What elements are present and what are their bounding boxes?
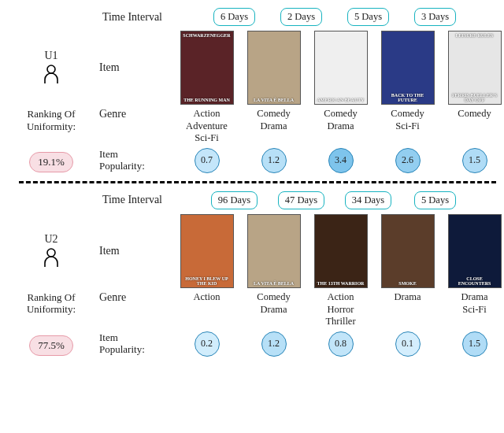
popularity-chip: 1.2 (261, 148, 287, 173)
user-id: U1 (8, 50, 94, 62)
ranking-label: Ranking Of Uniformity: (8, 291, 94, 316)
popularity-chip: 1.2 (261, 331, 287, 357)
movie-poster: HONEY I BLEW UP THE KID (180, 214, 234, 288)
movie-poster: THE 13TH WARRIOR (314, 214, 368, 288)
genre-row: Ranking Of Uniformity: Genre Action Come… (8, 291, 496, 328)
user-block-2: Time Interval 96 Days 47 Days 34 Days 5 … (8, 191, 496, 357)
genre-text: Action Horror Thriller (307, 291, 374, 328)
popularity-chip: 0.7 (195, 148, 220, 173)
genre-text: Action (173, 291, 240, 304)
time-chip: 3 Days (402, 8, 469, 26)
popularity-label: Item Popularity: (94, 332, 173, 356)
popularity-row: 19.1% Item Popularity: 0.7 1.2 3.4 2.6 1… (8, 148, 496, 173)
movie-poster: BACK TO THE FUTURE (381, 31, 435, 105)
genre-text: Comedy Sci-Fi (374, 108, 441, 132)
time-chip: 2 Days (268, 8, 335, 26)
genre-text: Comedy Drama (240, 291, 307, 316)
time-interval-label: Time Interval (8, 11, 173, 24)
ranking-pill: 19.1% (29, 152, 73, 172)
genre-label: Genre (94, 108, 173, 120)
popularity-chip: 3.4 (328, 148, 354, 173)
movie-poster: LA VITA È BELLA (247, 214, 301, 288)
divider (19, 181, 496, 183)
popularity-chip: 1.5 (462, 331, 487, 357)
svg-point-0 (47, 65, 55, 73)
genre-text: Comedy Drama (240, 108, 307, 132)
movie-poster: SMOKE (381, 214, 435, 288)
genre-text: Drama Sci-Fi (441, 291, 504, 316)
genre-text: Comedy Drama (307, 108, 374, 132)
time-chip: 5 Days (402, 191, 469, 209)
user-icon (43, 247, 60, 268)
popularity-label: Item Popularity: (94, 149, 173, 172)
movie-poster: LA VITA È BELLA (247, 31, 301, 105)
time-chip: 96 Days (201, 191, 268, 209)
ranking-pill: 77.5% (29, 335, 73, 356)
time-chip: 47 Days (268, 191, 335, 209)
popularity-chip: 0.2 (195, 331, 220, 357)
time-interval-label: Time Interval (8, 194, 173, 206)
time-interval-row: Time Interval 6 Days 2 Days 5 Days 3 Day… (8, 8, 496, 26)
movie-poster: CLOSE ENCOUNTERS (448, 214, 502, 288)
movie-poster: AMERICAN BEAUTY (314, 31, 368, 105)
user-icon (43, 64, 60, 84)
item-label: Item (94, 61, 173, 74)
item-label: Item (94, 245, 173, 257)
time-chip: 5 Days (335, 8, 402, 26)
svg-point-1 (47, 249, 55, 257)
genre-text: Drama (374, 291, 441, 304)
popularity-chip: 2.6 (395, 148, 421, 173)
genre-text: Comedy (441, 108, 504, 120)
ranking-label: Ranking Of Uniformity: (8, 108, 94, 132)
time-interval-row: Time Interval 96 Days 47 Days 34 Days 5 … (8, 191, 496, 209)
user-block-1: Time Interval 6 Days 2 Days 5 Days 3 Day… (8, 8, 496, 173)
user-id: U2 (8, 233, 94, 246)
item-row: U2 Item HONEY I BLEW UP THE KID LA VITA … (8, 214, 496, 288)
popularity-chip: 0.1 (395, 331, 421, 357)
popularity-chip: 0.8 (328, 331, 354, 357)
genre-label: Genre (94, 291, 173, 304)
time-chip: 6 Days (201, 8, 268, 26)
popularity-chip: 1.5 (462, 148, 487, 173)
item-row: U1 Item SCHWARZENEGGERTHE RUNNING MAN LA… (8, 31, 496, 105)
popularity-row: 77.5% Item Popularity: 0.2 1.2 0.8 0.1 1… (8, 331, 496, 357)
genre-row: Ranking Of Uniformity: Genre Action Adve… (8, 108, 496, 145)
movie-poster: LEISURE RULESFERRIS BUELLER'S DAY OFF (448, 31, 502, 105)
genre-text: Action Adventure Sci-Fi (173, 108, 240, 145)
time-chip: 34 Days (335, 191, 402, 209)
movie-poster: SCHWARZENEGGERTHE RUNNING MAN (180, 31, 234, 105)
